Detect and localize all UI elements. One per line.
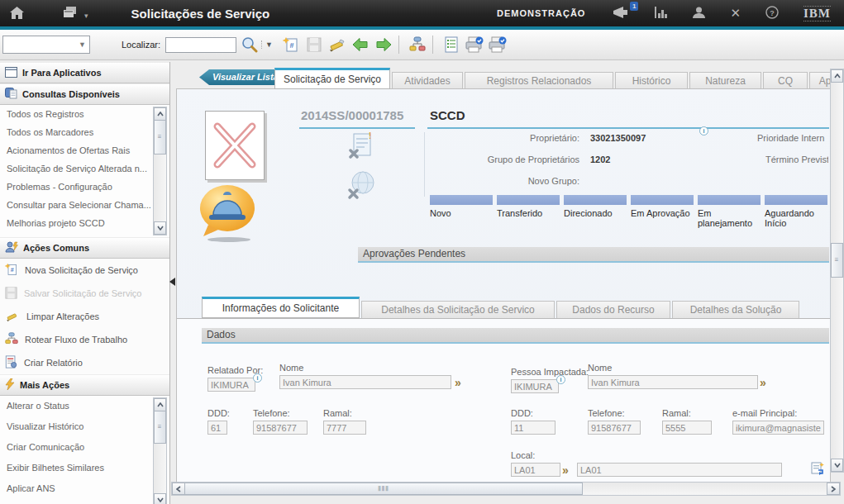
- next-record-icon[interactable]: [374, 35, 393, 55]
- reported-ext-input[interactable]: [323, 421, 366, 435]
- reported-by-input[interactable]: [207, 378, 255, 392]
- sidebar-header-available-queries[interactable]: Consultas Disponíveis: [0, 83, 169, 105]
- search-icon[interactable]: [240, 35, 260, 55]
- pending-approvals-header: Aprovações Pendentes: [358, 247, 829, 263]
- tab-history[interactable]: Histórico: [615, 72, 688, 89]
- more-action-item[interactable]: Alterar o Status: [0, 396, 169, 416]
- go-to-detail-icon[interactable]: »: [760, 377, 766, 388]
- print-icon[interactable]: [465, 35, 484, 55]
- tab-view-list[interactable]: Visualizar Lista: [199, 69, 287, 85]
- bulletin-board-icon[interactable]: 1: [613, 7, 630, 20]
- scroll-up-button[interactable]: [831, 69, 843, 83]
- query-item[interactable]: Todos os Registros: [0, 105, 169, 123]
- affected-person-input[interactable]: [511, 379, 559, 393]
- query-item[interactable]: Acionamentos de Ofertas Rais: [0, 141, 169, 159]
- route-workflow-icon[interactable]: [408, 35, 427, 55]
- user-profile-icon[interactable]: [693, 7, 705, 20]
- query-item[interactable]: Todos os Marcadores: [0, 123, 169, 141]
- broken-globe-icon[interactable]: [347, 170, 375, 202]
- info-icon[interactable]: i: [253, 373, 262, 383]
- subtab-request-details[interactable]: Detalhes da Solicitação de Servico: [361, 301, 555, 318]
- scrollbar-thumb[interactable]: ≡: [154, 120, 166, 155]
- location-description-input[interactable]: [577, 463, 782, 477]
- previous-record-icon[interactable]: [350, 35, 370, 55]
- scrollbar-thumb[interactable]: ⦀⦀⦀: [184, 483, 583, 495]
- scroll-down-button[interactable]: [154, 221, 166, 235]
- go-to-detail-icon[interactable]: »: [455, 377, 461, 388]
- primary-email-label: e-mail Principal:: [732, 408, 797, 418]
- clear-changes-icon[interactable]: [327, 35, 347, 55]
- tab-activities[interactable]: Atividades: [392, 72, 463, 89]
- tab-cq[interactable]: CQ: [763, 72, 808, 89]
- affected-name-input[interactable]: [588, 375, 758, 389]
- location-input[interactable]: [511, 463, 560, 477]
- record-image-placeholder: [205, 111, 265, 180]
- main-horizontal-scrollbar[interactable]: ⦀⦀⦀: [171, 482, 841, 496]
- go-to-detail-icon[interactable]: »: [562, 464, 569, 476]
- primary-email-input[interactable]: [732, 421, 824, 435]
- action-new-service-request[interactable]: # Nova Solicitação de Serviço: [0, 259, 169, 282]
- query-item[interactable]: Problemas - Configuração: [0, 178, 169, 196]
- scroll-right-button[interactable]: [827, 483, 840, 495]
- help-icon[interactable]: ?: [765, 6, 779, 21]
- affected-ext-input[interactable]: [662, 421, 712, 435]
- affected-ext-label: Ramal:: [662, 408, 691, 418]
- scroll-down-button[interactable]: [831, 459, 843, 472]
- scroll-left-button[interactable]: [172, 483, 185, 495]
- info-icon[interactable]: i: [699, 126, 708, 136]
- find-input[interactable]: [165, 37, 236, 53]
- info-icon[interactable]: i: [556, 375, 565, 384]
- query-item[interactable]: Consultar para Selecionar Chama...: [0, 196, 169, 214]
- search-options-caret[interactable]: ▼: [261, 40, 273, 49]
- reported-ddd-input[interactable]: [207, 421, 227, 435]
- query-item[interactable]: Melhorias projeto SCCD: [0, 214, 169, 232]
- close-session-icon[interactable]: ✕: [730, 7, 741, 19]
- requester-info-panel: Dados Relatado Por: i Nome » DDD: Telefo…: [177, 318, 830, 483]
- print-with-attachments-icon[interactable]: [488, 35, 508, 55]
- queries-list: Todos os Registros Todos os Marcadores A…: [0, 105, 169, 237]
- subtab-solution-details[interactable]: Detalhes da Solução: [672, 301, 799, 318]
- sidebar-header-more-actions[interactable]: Mais Ações: [0, 374, 169, 396]
- affected-phone-input[interactable]: [588, 421, 641, 435]
- query-item[interactable]: Solicitação de Serviço Alterada n...: [0, 159, 169, 178]
- sidebar-collapse-handle[interactable]: [169, 278, 175, 286]
- detail-menu-icon[interactable]: [810, 461, 825, 478]
- queries-icon: [5, 88, 17, 101]
- subtab-resource-data[interactable]: Dados do Recurso: [556, 301, 670, 318]
- more-action-item[interactable]: Exibir Bilhetes Similares: [0, 458, 169, 478]
- action-clear-changes[interactable]: Limpar Alterações: [0, 305, 169, 328]
- new-record-icon[interactable]: #: [281, 35, 301, 55]
- more-actions-scrollbar[interactable]: ≡: [153, 397, 167, 504]
- action-create-report[interactable]: Criar Relatório: [0, 351, 169, 374]
- applications-icon[interactable]: ▾: [64, 7, 88, 20]
- tab-service-request[interactable]: Solicitação de Serviço: [274, 68, 390, 89]
- tab-related-records[interactable]: Registros Relacionados: [465, 72, 613, 89]
- more-action-item[interactable]: Aplicar ANS: [0, 478, 169, 499]
- broken-attachment-icon[interactable]: !: [349, 132, 374, 162]
- status-step-label: Aguardando Início: [765, 208, 827, 228]
- home-icon[interactable]: [10, 7, 24, 21]
- action-route-workflow[interactable]: Rotear Fluxo de Trabalho: [0, 328, 169, 351]
- reported-phone-input[interactable]: [253, 421, 308, 435]
- more-action-item[interactable]: Visualizar ANSs: [0, 499, 169, 504]
- affected-ddd-input[interactable]: [511, 421, 556, 435]
- queries-scrollbar[interactable]: ≡: [153, 107, 167, 235]
- scroll-down-button[interactable]: [154, 493, 166, 504]
- more-action-item[interactable]: Visualizar Histórico: [0, 416, 169, 437]
- scrollbar-thumb[interactable]: ≡: [831, 243, 843, 278]
- saved-query-select[interactable]: ▼: [2, 36, 90, 54]
- sidebar-header-common-actions[interactable]: Ações Comuns: [0, 237, 169, 259]
- scrollbar-thumb[interactable]: ≡: [154, 411, 166, 444]
- scroll-up-button[interactable]: [154, 107, 166, 121]
- more-action-item[interactable]: Criar Comunicação: [0, 437, 169, 458]
- sidebar-header-label: Mais Ações: [20, 380, 69, 390]
- sidebar-item-go-to-applications[interactable]: Ir Para Aplicativos: [0, 62, 169, 83]
- tab-nature[interactable]: Natureza: [689, 72, 761, 89]
- scroll-up-button[interactable]: [154, 398, 166, 411]
- reported-name-input[interactable]: [279, 375, 451, 389]
- reports-chart-icon[interactable]: [655, 7, 668, 20]
- subtab-requester-info[interactable]: Informações do Solicitante: [202, 297, 360, 318]
- run-reports-icon[interactable]: [441, 35, 461, 55]
- owner-label: Proprietário:: [447, 133, 579, 143]
- main-vertical-scrollbar[interactable]: ≡: [830, 69, 844, 473]
